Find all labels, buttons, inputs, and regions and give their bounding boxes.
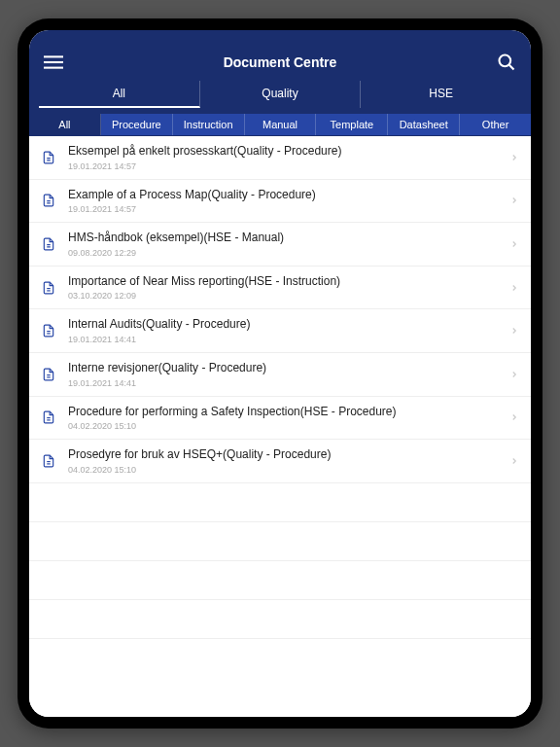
document-title: HMS-håndbok (eksempel)(HSE - Manual) — [68, 231, 502, 246]
chevron-right-icon — [509, 326, 519, 336]
document-row[interactable]: Prosedyre for bruk av HSEQ+(Quality - Pr… — [29, 440, 531, 483]
chevron-right-icon — [509, 239, 519, 249]
row-content: Procedure for performing a Safety Inspec… — [68, 405, 502, 432]
primary-tab-all[interactable]: All — [39, 81, 200, 108]
document-row[interactable]: Procedure for performing a Safety Inspec… — [29, 397, 531, 441]
secondary-tab-instruction[interactable]: Instruction — [173, 114, 245, 135]
menu-icon[interactable] — [43, 52, 64, 73]
document-title: Interne revisjoner(Quality - Procedure) — [68, 361, 502, 376]
document-row[interactable]: Eksempel på enkelt prosesskart(Quality -… — [29, 136, 531, 180]
document-date: 19.01.2021 14:57 — [68, 204, 502, 214]
document-list: Eksempel på enkelt prosesskart(Quality -… — [29, 136, 531, 717]
document-icon — [41, 367, 56, 382]
document-title: Importance of Near Miss reporting(HSE - … — [68, 274, 502, 290]
secondary-tab-other[interactable]: Other — [460, 114, 531, 135]
row-content: Interne revisjoner(Quality - Procedure)1… — [68, 361, 502, 388]
row-content: Importance of Near Miss reporting(HSE - … — [68, 274, 502, 302]
svg-point-3 — [500, 55, 511, 67]
document-title: Eksempel på enkelt prosesskart(Quality -… — [68, 144, 502, 160]
document-icon — [41, 280, 56, 296]
document-date: 04.02.2020 15:10 — [68, 465, 502, 475]
search-icon[interactable] — [496, 52, 517, 73]
document-date: 19.01.2021 14:57 — [68, 161, 502, 171]
svg-rect-2 — [44, 67, 63, 69]
chevron-right-icon — [509, 412, 519, 422]
page-title: Document Centre — [224, 54, 337, 70]
row-content: Internal Audits(Quality - Procedure)19.0… — [68, 317, 502, 344]
document-icon — [41, 453, 56, 469]
primary-tab-quality[interactable]: Quality — [200, 81, 362, 108]
primary-tab-hse[interactable]: HSE — [361, 81, 521, 108]
document-icon — [41, 323, 56, 338]
app-header: Document Centre — [29, 44, 531, 81]
svg-rect-1 — [44, 61, 63, 63]
secondary-tab-all[interactable]: All — [29, 114, 101, 135]
document-row[interactable]: Interne revisjoner(Quality - Procedure)1… — [29, 353, 531, 397]
primary-tabs: AllQualityHSE — [29, 81, 531, 114]
app-screen: Document Centre AllQualityHSE AllProcedu… — [29, 30, 531, 717]
empty-row — [29, 561, 531, 600]
document-date: 19.01.2021 14:41 — [68, 335, 502, 344]
document-title: Procedure for performing a Safety Inspec… — [68, 405, 502, 420]
secondary-tab-datasheet[interactable]: Datasheet — [388, 114, 460, 135]
secondary-tab-template[interactable]: Template — [316, 114, 388, 135]
document-icon — [41, 193, 56, 208]
chevron-right-icon — [509, 283, 519, 293]
document-row[interactable]: Internal Audits(Quality - Procedure)19.0… — [29, 309, 531, 353]
svg-rect-0 — [44, 55, 63, 57]
row-content: HMS-håndbok (eksempel)(HSE - Manual)09.0… — [68, 231, 502, 258]
document-date: 04.02.2020 15:10 — [68, 421, 502, 431]
secondary-tab-manual[interactable]: Manual — [245, 114, 317, 135]
document-icon — [41, 409, 56, 425]
document-title: Example of a Process Map(Quality - Proce… — [68, 188, 502, 203]
document-icon — [41, 150, 56, 165]
chevron-right-icon — [509, 153, 519, 162]
tablet-frame: Document Centre AllQualityHSE AllProcedu… — [18, 18, 542, 729]
document-date: 09.08.2020 12:29 — [68, 248, 502, 258]
document-row[interactable]: HMS-håndbok (eksempel)(HSE - Manual)09.0… — [29, 223, 531, 267]
chevron-right-icon — [509, 370, 519, 379]
document-date: 19.01.2021 14:41 — [68, 378, 502, 388]
row-content: Example of a Process Map(Quality - Proce… — [68, 188, 502, 215]
document-icon — [41, 236, 56, 252]
document-title: Internal Audits(Quality - Procedure) — [68, 317, 502, 333]
document-row[interactable]: Example of a Process Map(Quality - Proce… — [29, 180, 531, 224]
document-title: Prosedyre for bruk av HSEQ+(Quality - Pr… — [68, 447, 502, 463]
empty-row — [29, 522, 531, 561]
chevron-right-icon — [509, 456, 519, 466]
svg-line-4 — [509, 65, 514, 70]
status-bar — [29, 30, 531, 44]
secondary-tab-procedure[interactable]: Procedure — [101, 114, 173, 135]
document-row[interactable]: Importance of Near Miss reporting(HSE - … — [29, 267, 531, 310]
document-date: 03.10.2020 12:09 — [68, 291, 502, 301]
chevron-right-icon — [509, 196, 519, 205]
row-content: Prosedyre for bruk av HSEQ+(Quality - Pr… — [68, 447, 502, 475]
secondary-tabs: AllProcedureInstructionManualTemplateDat… — [29, 114, 531, 136]
row-content: Eksempel på enkelt prosesskart(Quality -… — [68, 144, 502, 171]
empty-row — [29, 483, 531, 522]
empty-row — [29, 600, 531, 639]
